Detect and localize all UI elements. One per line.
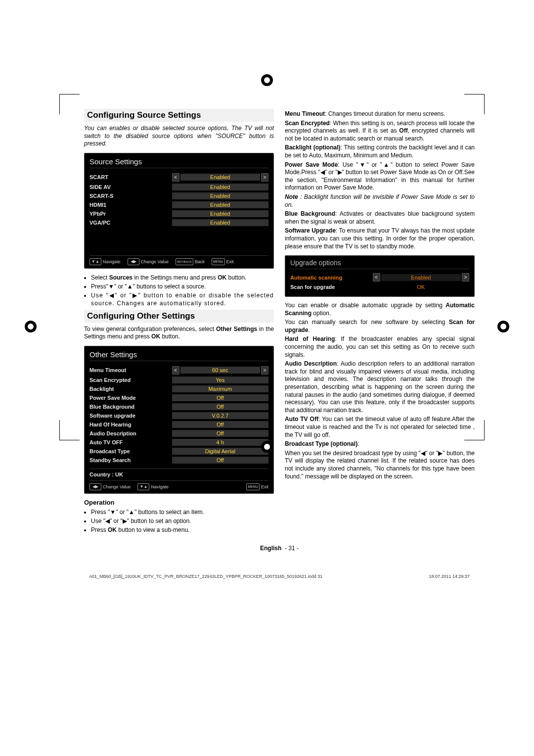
para-hoh: Hard of Hearing: If the broadcaster enab… xyxy=(285,335,475,359)
osd-row[interactable]: VGA/PC Enabled xyxy=(89,218,268,227)
osd-row-value: Enabled xyxy=(172,201,268,208)
para-menu-timeout: Menu Timeout: Changes timeout duration f… xyxy=(285,110,475,118)
para-scan-encrypted: Scan Encrypted: When this setting is on,… xyxy=(285,120,475,143)
para-blue-bg: Blue Background: Activates or deactivate… xyxy=(285,210,475,226)
chevron-left-icon[interactable]: < xyxy=(172,173,179,182)
osd-row-label: YPbPr xyxy=(89,211,172,217)
osd-row-value: Off xyxy=(172,394,268,401)
crop-mark xyxy=(464,94,485,114)
page-footer: English - 31 - xyxy=(84,545,475,552)
osd-row[interactable]: Menu Timeout < 60 sec > xyxy=(89,365,268,376)
osd-row-value: OK xyxy=(373,284,469,290)
osd-row-label: SCART-S xyxy=(89,193,172,199)
osd-source-settings: Source Settings SCART < Enabled > SIDE A… xyxy=(84,153,274,269)
osd-row-value: Enabled xyxy=(172,184,268,190)
osd-row[interactable]: SCART-S Enabled xyxy=(89,191,268,200)
source-bullets: Select Sources in the Settings menu and … xyxy=(84,274,274,308)
footer-page: - 31 - xyxy=(285,545,299,552)
footer-change: Change Value xyxy=(141,259,169,264)
osd-row[interactable]: Scan EncryptedYes xyxy=(89,376,268,384)
chevron-left-icon[interactable]: < xyxy=(373,273,380,282)
osd-row[interactable]: Auto TV OFF4 h xyxy=(89,438,268,447)
para-auto-upgrade: You can enable or disable automatic upgr… xyxy=(285,302,475,317)
osd-title: Other Settings xyxy=(89,350,268,361)
osd-row-label: Backlight xyxy=(89,386,172,392)
osd-row[interactable]: Audio DescriptionOff xyxy=(89,429,268,438)
chevron-left-icon[interactable]: < xyxy=(172,366,179,375)
footer-nav: Navigate xyxy=(103,259,121,264)
para-scan-upgrade: You can manually search for new software… xyxy=(285,319,475,334)
crop-mark xyxy=(59,420,80,440)
osd-row[interactable]: Automatic scanning < Enabled > xyxy=(290,272,469,283)
osd-row-label: Hard Of Hearing xyxy=(89,422,172,427)
osd-row-value: 60 sec xyxy=(180,367,260,374)
osd-row-label: Menu Timeout xyxy=(89,367,172,373)
imprint-line: A01_MB60_[GB]_1910UK_IDTV_TC_PVR_BRONZE1… xyxy=(84,574,475,579)
menu-key: MENU xyxy=(212,258,225,265)
crop-mark xyxy=(59,94,80,114)
footer-nav: Navigate xyxy=(151,484,169,489)
list-item: Press OK button to view a sub-menu. xyxy=(91,526,274,534)
nav-updown-icon: ▼▲ xyxy=(89,258,101,265)
osd-row[interactable]: SCART < Enabled > xyxy=(89,172,268,183)
osd-upgrade-options: Upgrade options Automatic scanning < Ena… xyxy=(285,255,475,297)
osd-row[interactable]: Software upgradeV.0.2.7 xyxy=(89,411,268,420)
footer-exit: Exit xyxy=(261,484,268,489)
osd-row-value: Enabled xyxy=(172,219,268,226)
osd-row-label: Scan for upgrade xyxy=(290,284,373,290)
osd-row[interactable]: Scan for upgrade OK xyxy=(290,283,469,291)
register-mark-right xyxy=(497,321,509,332)
osd-row[interactable]: Standby SearchOff xyxy=(89,456,268,465)
osd-row[interactable]: BacklightMaximum xyxy=(89,384,268,393)
heading-operation: Operation xyxy=(84,499,274,506)
osd-row-label: Audio Description xyxy=(89,430,172,436)
chevron-right-icon[interactable]: > xyxy=(261,366,268,375)
osd-row-label: Broadcast Type xyxy=(89,448,172,454)
para-auto-tv-off: Auto TV Off: You can set the timeout val… xyxy=(285,416,475,439)
osd-row-label: Standby Search xyxy=(89,457,172,463)
osd-row-label: Automatic scanning xyxy=(290,275,373,281)
register-mark-top xyxy=(261,74,273,86)
chevron-right-icon[interactable]: > xyxy=(462,273,469,282)
osd-row-value: Off xyxy=(172,403,268,410)
crop-mark xyxy=(464,420,485,440)
menu-key: MENU xyxy=(246,483,260,490)
osd-row-label: VGA/PC xyxy=(89,220,172,226)
footer-back: Back xyxy=(195,259,205,264)
list-item: Press"▼" or "▲" buttons to select a sour… xyxy=(91,283,274,290)
footer-change: Change Value xyxy=(103,484,131,489)
intro-config-other: To view general configuration preference… xyxy=(84,326,274,341)
osd-row[interactable]: HDMI1 Enabled xyxy=(89,200,268,209)
imprint-filename: A01_MB60_[GB]_1910UK_IDTV_TC_PVR_BRONZE1… xyxy=(89,574,322,579)
osd-row-value: Digital Aerial xyxy=(172,448,268,455)
para-broadcast-type-text: When you set the desired broadcast type … xyxy=(285,450,475,480)
osd-row-value: Off xyxy=(172,430,268,437)
osd-row-label: Power Save Mode xyxy=(89,395,172,401)
nav-updown-icon: ▼▲ xyxy=(137,483,149,490)
osd-row-value: Enabled xyxy=(381,274,461,281)
osd-row[interactable]: SIDE AV Enabled xyxy=(89,183,268,191)
osd-row-value: Yes xyxy=(172,377,268,383)
left-column: Configuring Source Settings You can enab… xyxy=(84,109,274,536)
osd-row-label: HDMI1 xyxy=(89,202,172,208)
osd-row[interactable]: Blue BackgroundOff xyxy=(89,402,268,411)
osd-footer: ▼▲Navigate ◀▶Change Value RET/BACKBack M… xyxy=(89,255,268,265)
chevron-right-icon[interactable]: > xyxy=(261,173,268,182)
right-column: Menu Timeout: Changes timeout duration f… xyxy=(285,109,475,536)
para-broadcast-type-label: Broadcast Type (optional): xyxy=(285,440,475,448)
osd-row[interactable]: YPbPr Enabled xyxy=(89,209,268,218)
osd-row-label: Software upgrade xyxy=(89,413,172,419)
osd-row-label: Blue Background xyxy=(89,404,172,410)
osd-row[interactable]: Broadcast TypeDigital Aerial xyxy=(89,447,268,456)
list-item: Use "◀" or "▶" button to enable or disab… xyxy=(91,291,274,307)
osd-row-value: Maximum xyxy=(172,385,268,392)
osd-row-label: SCART xyxy=(89,174,172,180)
register-mark-left xyxy=(25,321,37,332)
osd-row[interactable]: Hard Of HearingOff xyxy=(89,420,268,429)
osd-row[interactable]: Power Save ModeOff xyxy=(89,393,268,402)
para-backlight: Backlight (optional): This setting contr… xyxy=(285,144,475,159)
heading-config-source: Configuring Source Settings xyxy=(84,109,274,122)
footer-lang: English xyxy=(260,545,281,552)
osd-row-value: Off xyxy=(172,457,268,464)
osd-title: Source Settings xyxy=(89,157,268,168)
